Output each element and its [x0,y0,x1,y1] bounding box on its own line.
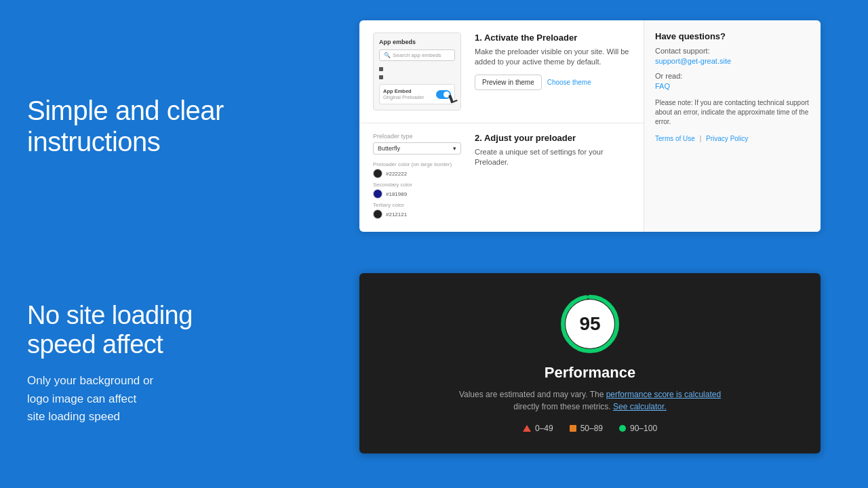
or-read-label: Or read: [655,72,810,80]
color-swatch-row-3: #212121 [373,209,461,219]
contact-label: Contact support: [655,47,810,55]
page-wrapper: Simple and clear instructions App embeds… [0,0,868,488]
shopify-panel-mockup: App embeds 🔍 Search app embeds [373,33,461,110]
color-swatch-2[interactable] [373,189,382,199]
card-right-panel: Have questions? Contact support: support… [644,20,821,232]
top-right-card-area: App embeds 🔍 Search app embeds [339,20,841,232]
step1-desc: Make the preloader visible on your site.… [475,47,630,68]
app-embed-info: App Embed Original Preloader [383,88,424,100]
color-swatch-row-2: #181989 [373,189,461,199]
score-circle: 95 [559,293,620,354]
bottom-right-card-area: 95 Performance Values are estimated and … [339,273,841,453]
choose-theme-button[interactable]: Choose theme [547,79,591,86]
nav-dot [379,75,383,79]
legend-item-0-49: 0–49 [523,424,553,433]
faq-link[interactable]: FAQ [655,82,810,90]
score-number: 95 [579,313,600,335]
step1-content: 1. Activate the Preloader Make the prelo… [475,33,630,90]
color-row-1: Preloader color (on large border) #22222… [373,161,461,178]
performance-card: 95 Performance Values are estimated and … [359,273,821,453]
terms-link[interactable]: Terms of Use [655,135,695,142]
step1-header: App embeds 🔍 Search app embeds [373,33,630,110]
step2-title: 2. Adjust your preloader [475,133,630,143]
legend-label-50-89: 50–89 [580,424,603,433]
legend-item-90-100: 90–100 [619,424,657,433]
top-heading: Simple and clear instructions [27,95,339,157]
performance-desc: Values are estimated and may vary. The p… [459,388,721,413]
card-left: App embeds 🔍 Search app embeds [359,20,644,232]
preview-theme-button[interactable]: Preview in theme [475,75,542,90]
performance-legend: 0–49 50–89 90–100 [523,424,657,433]
panel-title: App embeds [379,39,455,45]
performance-title: Performance [545,364,636,382]
score-inner: 95 [566,300,614,348]
have-questions-title: Have questions? [655,31,810,41]
bottom-heading: No site loading speed affect [27,301,339,360]
legend-square-icon [570,425,576,432]
panel-search: 🔍 Search app embeds [379,49,455,61]
step1-title: 1. Activate the Preloader [475,33,630,43]
legend-label-90-100: 90–100 [630,424,657,433]
step1-area: App embeds 🔍 Search app embeds [359,20,644,123]
top-section: Simple and clear instructions App embeds… [0,0,868,245]
top-left-text: Simple and clear instructions [27,95,339,157]
panel-nav-item1 [379,65,455,73]
step2-content: 2. Adjust your preloader Create a unique… [475,133,630,222]
bottom-section: No site loading speed affect Only your b… [0,245,868,488]
performance-score-link[interactable]: performance score is calculated [606,390,721,399]
color-row-3: Tertiary color #212121 [373,202,461,219]
support-email-link[interactable]: support@get-great.site [655,57,810,65]
bottom-body-text: Only your background or logo image can a… [27,372,339,426]
panel-app-embed: App Embed Original Preloader [379,84,455,104]
please-note-text: Please note: If you are contacting techn… [655,98,810,127]
step2-desc: Create a unique set of settings for your… [475,147,630,168]
preloader-type-label: Preloader type [373,133,461,140]
preloader-type-panel: Preloader type Butterfly ▾ Preloader col… [373,133,461,222]
legend-triangle-icon [523,425,531,432]
color-swatch-3[interactable] [373,209,382,219]
cursor-icon [448,93,458,103]
preloader-type-select[interactable]: Butterfly ▾ [373,142,461,155]
instructions-card: App embeds 🔍 Search app embeds [359,20,821,232]
see-calculator-link[interactable]: See calculator. [613,402,667,411]
color-swatch-row-1: #222222 [373,169,461,178]
privacy-link[interactable]: Privacy Policy [706,135,748,142]
legend-item-50-89: 50–89 [570,424,603,433]
bottom-left-text: No site loading speed affect Only your b… [27,301,339,426]
step2-area: Preloader type Butterfly ▾ Preloader col… [359,123,644,232]
nav-dot [379,67,383,71]
terms-row: Terms of Use | Privacy Policy [655,135,810,142]
color-swatch-1[interactable] [373,169,382,178]
step1-buttons: Preview in theme Choose theme [475,75,630,90]
legend-label-0-49: 0–49 [535,424,553,433]
color-row-2: Secondary color #181989 [373,182,461,199]
legend-circle-icon [619,425,626,432]
panel-nav-item2 [379,73,455,81]
